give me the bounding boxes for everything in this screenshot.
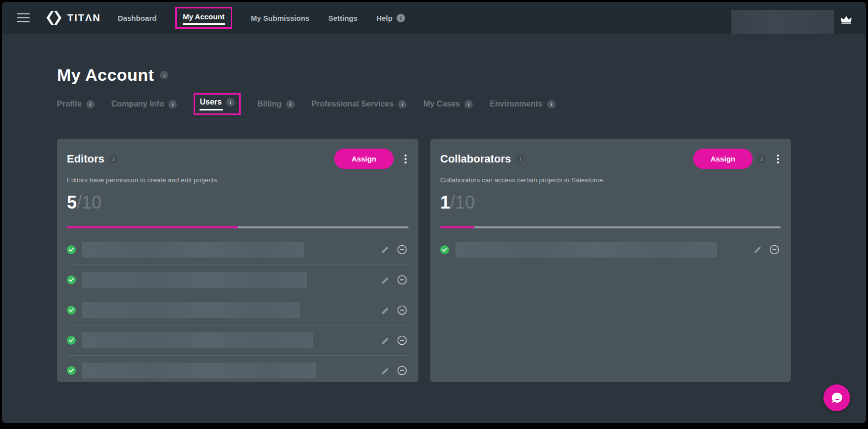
annotation-box-my-account: My Account: [175, 7, 232, 29]
seats-used: 5: [67, 192, 77, 213]
page-header: My Account i: [57, 65, 866, 85]
active-check-icon: [67, 245, 76, 254]
tab-label: Billing: [257, 100, 282, 108]
edit-pencil-icon[interactable]: [380, 305, 391, 316]
app-window: TITΛN Dashboard My Account My Submission…: [2, 2, 866, 423]
seat-counter: 5/10: [67, 192, 408, 213]
seats-total: /10: [450, 192, 475, 213]
info-icon[interactable]: i: [547, 100, 556, 108]
tab-users[interactable]: Users i: [200, 98, 234, 107]
titan-logo[interactable]: TITΛN: [46, 10, 101, 25]
active-check-icon: [67, 336, 76, 345]
seat-progress-bar: [440, 226, 781, 228]
assign-button[interactable]: Assign: [334, 149, 394, 169]
card-title: Editors: [67, 153, 104, 165]
member-row-actions: [380, 243, 408, 256]
member-row: [67, 295, 408, 325]
members-list: [67, 234, 408, 385]
member-name-redacted: [82, 332, 313, 348]
remove-minus-icon[interactable]: [396, 273, 408, 286]
info-icon[interactable]: i: [516, 155, 524, 163]
page-title: My Account: [57, 65, 154, 85]
top-nav: TITΛN Dashboard My Account My Submission…: [2, 2, 866, 34]
editors-card-header: Editors i Assign: [67, 149, 408, 169]
active-nav-underline: [183, 23, 224, 25]
active-check-icon: [67, 306, 76, 315]
info-icon[interactable]: i: [397, 14, 405, 22]
tabs-divider: [2, 119, 866, 119]
edit-pencil-icon[interactable]: [380, 244, 391, 255]
tab-my-cases[interactable]: My Cases i: [423, 100, 473, 108]
remove-minus-icon[interactable]: [396, 334, 408, 347]
member-row: [67, 325, 408, 355]
nav-item-help[interactable]: Help i: [376, 14, 405, 22]
info-icon[interactable]: i: [286, 100, 295, 108]
titan-logo-icon: [46, 10, 62, 25]
remove-minus-icon[interactable]: [768, 243, 781, 256]
member-name-redacted: [82, 242, 304, 258]
card-description: Editors have permission to create and ed…: [67, 176, 408, 184]
tab-profile[interactable]: Profile i: [57, 100, 95, 108]
editors-card: Editors i Assign Editors have permission…: [57, 139, 418, 382]
info-icon[interactable]: i: [464, 100, 473, 108]
kebab-menu-icon[interactable]: [775, 153, 781, 165]
nav-item-my-submissions[interactable]: My Submissions: [251, 14, 309, 22]
info-icon[interactable]: i: [398, 100, 407, 108]
tab-environments[interactable]: Environments i: [490, 100, 556, 108]
member-row: [440, 234, 781, 265]
members-list: [440, 234, 781, 265]
nav-item-my-account[interactable]: My Account: [183, 12, 224, 21]
member-name-redacted: [82, 272, 307, 288]
remove-minus-icon[interactable]: [396, 243, 408, 256]
main-nav: Dashboard My Account My Submissions Sett…: [118, 2, 405, 34]
edit-pencil-icon[interactable]: [380, 274, 391, 286]
nav-right-area: [731, 2, 852, 34]
account-tabs: Profile i Company Info i Users i Billing…: [57, 98, 866, 110]
tab-label: Profile: [57, 100, 82, 108]
tab-company-info[interactable]: Company Info i: [111, 100, 177, 108]
remove-minus-icon[interactable]: [396, 364, 408, 377]
info-icon[interactable]: i: [109, 155, 118, 163]
seat-counter: 1/10: [440, 192, 781, 213]
active-check-icon: [67, 366, 76, 375]
annotation-box-users-tab: Users i: [194, 93, 240, 115]
nav-item-settings[interactable]: Settings: [328, 14, 357, 22]
tab-label: My Cases: [423, 100, 460, 108]
tab-label: Company Info: [111, 100, 164, 108]
active-check-icon: [67, 275, 76, 284]
info-icon[interactable]: i: [168, 100, 177, 108]
kebab-menu-icon[interactable]: [403, 153, 408, 165]
tab-billing[interactable]: Billing i: [257, 100, 295, 108]
edit-pencil-icon[interactable]: [380, 365, 391, 376]
info-icon[interactable]: i: [226, 98, 235, 107]
card-description: Collaborators can access certain project…: [440, 176, 781, 184]
member-row-actions: [380, 364, 408, 377]
seats-total: /10: [77, 192, 102, 213]
tab-label: Environments: [490, 100, 543, 108]
edit-pencil-icon[interactable]: [752, 244, 764, 255]
edit-pencil-icon[interactable]: [380, 335, 391, 346]
remove-minus-icon[interactable]: [396, 304, 408, 317]
titan-logo-text: TITΛN: [67, 12, 101, 24]
user-account-redacted[interactable]: [731, 10, 834, 34]
crown-icon[interactable]: [840, 15, 852, 24]
seats-used: 1: [440, 192, 450, 213]
member-row-actions: [380, 334, 408, 347]
member-name-redacted: [456, 242, 717, 258]
card-title: Collaborators: [440, 153, 511, 165]
hamburger-menu-icon[interactable]: [17, 13, 30, 22]
chat-widget-button[interactable]: [823, 384, 850, 411]
assign-button[interactable]: Assign: [693, 149, 753, 169]
tab-label: Users: [200, 98, 221, 107]
info-icon[interactable]: i: [758, 155, 766, 163]
tab-label: Professional Services: [311, 100, 394, 108]
member-name-redacted: [82, 363, 316, 378]
nav-item-dashboard[interactable]: Dashboard: [118, 14, 156, 22]
users-cards: Editors i Assign Editors have permission…: [57, 139, 866, 382]
member-row-actions: [380, 304, 408, 317]
info-icon[interactable]: i: [86, 100, 95, 108]
screen-frame: TITΛN Dashboard My Account My Submission…: [0, 0, 868, 429]
info-icon[interactable]: i: [160, 71, 168, 79]
member-row: [67, 355, 408, 385]
tab-professional-services[interactable]: Professional Services i: [311, 100, 407, 108]
